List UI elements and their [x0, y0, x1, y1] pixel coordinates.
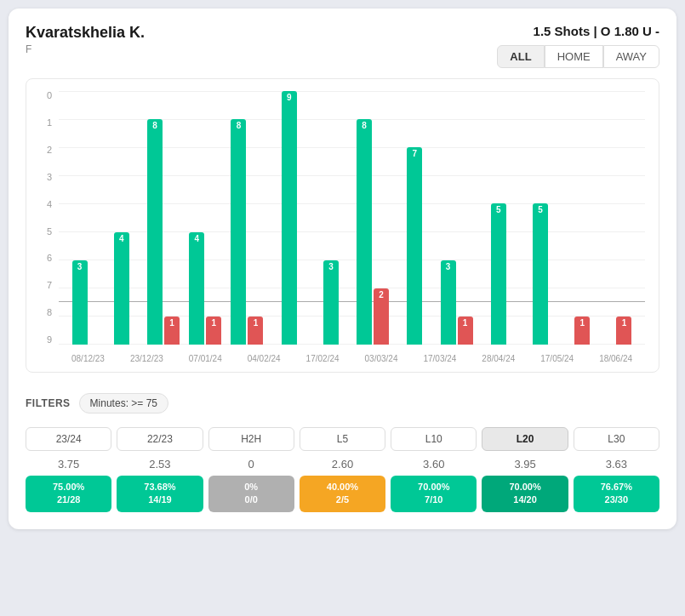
- bar-group-2: 4: [100, 232, 142, 345]
- bar-pair-10: 3 1: [436, 260, 477, 345]
- stat-val-2324: 3.75: [26, 458, 111, 471]
- y-label-1: 1: [40, 118, 52, 128]
- stat-val-l30: 3.63: [574, 458, 659, 471]
- y-label-9: 9: [40, 335, 52, 345]
- bar-pair-12: 5: [519, 203, 561, 345]
- bar-red-13: 1: [574, 317, 590, 345]
- bar-red-10: 1: [458, 317, 473, 345]
- chart-area: 9 8 7 6 5 4 3 2 1 0: [40, 91, 645, 363]
- stat-val-l10: 3.60: [391, 458, 477, 471]
- bar-group-1: 3: [59, 260, 100, 345]
- x-label-10: 18/06/24: [586, 354, 645, 363]
- bar-label-10g: 3: [446, 262, 451, 271]
- filters-label: FILTERS: [26, 397, 71, 409]
- bar-pair-3: 8 1: [142, 119, 184, 345]
- bar-pair-7: 3: [310, 260, 351, 345]
- bar-group-14: 1: [603, 317, 645, 345]
- filter-all-button[interactable]: ALL: [497, 45, 544, 68]
- bar-label-7g: 3: [328, 262, 334, 271]
- player-name: Kvaratskhelia K.: [26, 24, 145, 42]
- bar-red-3: 1: [164, 317, 180, 345]
- bar-green-8: 8: [357, 119, 372, 345]
- badge-l20: 70.00%14/20: [482, 476, 568, 512]
- bar-label-8g: 8: [362, 121, 367, 130]
- player-card: Kvaratskhelia K. F 1.5 Shots | O 1.80 U …: [9, 9, 676, 529]
- stats-badges: 75.00%21/28 73.68%14/19 0%0/0 40.00%2/5 …: [26, 476, 659, 512]
- bar-label-13r: 1: [579, 318, 585, 328]
- badge-2324: 75.00%21/28: [26, 476, 111, 512]
- y-label-8: 8: [40, 308, 52, 317]
- y-label-0: 0: [40, 91, 52, 100]
- bar-red-4: 1: [206, 317, 221, 345]
- bar-label-10r: 1: [463, 318, 468, 328]
- x-label-7: 17/03/24: [410, 354, 469, 363]
- card-header: Kvaratskhelia K. F 1.5 Shots | O 1.80 U …: [26, 24, 659, 68]
- bar-green-3: 8: [147, 119, 163, 345]
- badge-l30: 76.67%23/30: [574, 476, 659, 512]
- bar-label-2: 4: [119, 234, 124, 243]
- y-label-7: 7: [40, 281, 52, 290]
- bar-pair-1: 3: [59, 260, 100, 345]
- filter-buttons: ALL HOME AWAY: [497, 45, 659, 68]
- tab-l30[interactable]: L30: [574, 427, 659, 451]
- tab-l20[interactable]: L20: [482, 427, 568, 451]
- x-label-9: 17/05/24: [528, 354, 586, 363]
- bar-label-12g: 5: [538, 205, 543, 214]
- stat-val-l20: 3.95: [482, 458, 568, 471]
- bar-label-3r: 1: [169, 318, 174, 328]
- bar-green-5: 8: [231, 119, 246, 345]
- stat-val-h2h: 0: [208, 458, 294, 471]
- tab-2324[interactable]: 23/24: [26, 427, 111, 451]
- tab-2223[interactable]: 22/23: [117, 427, 203, 451]
- bar-pair-9: 7: [394, 147, 436, 345]
- filter-home-button[interactable]: HOME: [545, 45, 603, 68]
- tab-l5[interactable]: L5: [300, 427, 385, 451]
- bar-green-11: 5: [491, 203, 506, 345]
- bar-group-8: 8 2: [352, 119, 394, 345]
- bar-pair-6: 9: [268, 91, 310, 345]
- bar-label-8r: 2: [379, 290, 384, 299]
- bar-green-6: 9: [282, 91, 297, 345]
- bar-green-1: 3: [72, 260, 88, 345]
- bar-red-14: 1: [616, 317, 631, 345]
- bars-grid: 3 4: [59, 91, 645, 363]
- badge-2223: 73.68%14/19: [117, 476, 203, 512]
- bar-pair-14: 1: [603, 317, 645, 345]
- bar-label-5g: 8: [237, 121, 242, 130]
- bar-pair-2: 4: [100, 232, 142, 345]
- bar-label-3g: 8: [152, 121, 157, 130]
- bar-pair-8: 8 2: [352, 119, 394, 345]
- chart-container: 9 8 7 6 5 4 3 2 1 0: [26, 78, 659, 373]
- bet-info: 1.5 Shots | O 1.80 U -: [534, 24, 659, 38]
- y-label-3: 3: [40, 173, 52, 182]
- bar-pair-11: 5: [477, 203, 519, 345]
- bar-group-10: 3 1: [436, 260, 477, 345]
- x-label-5: 17/02/24: [294, 354, 352, 363]
- bar-pair-5: 8 1: [226, 119, 268, 345]
- bar-label-4g: 4: [194, 234, 199, 243]
- filter-away-button[interactable]: AWAY: [603, 45, 659, 68]
- x-labels: 08/12/23 23/12/23 07/01/24 04/02/24 17/0…: [59, 354, 645, 363]
- bar-group-12: 5: [519, 203, 561, 345]
- bar-group-3: 8 1: [142, 119, 184, 345]
- bar-label-5r: 1: [254, 318, 259, 328]
- x-label-1: 08/12/23: [59, 354, 117, 363]
- bar-label-9g: 7: [413, 149, 418, 158]
- stats-values: 3.75 2.53 0 2.60 3.60 3.95 3.63: [26, 458, 659, 471]
- bars-row: 3 4: [59, 91, 645, 345]
- bar-green-7: 3: [323, 260, 339, 345]
- y-label-6: 6: [40, 254, 52, 263]
- bar-label-11g: 5: [496, 205, 501, 214]
- filter-minutes-tag[interactable]: Minutes: >= 75: [79, 393, 168, 414]
- player-info: Kvaratskhelia K. F: [26, 24, 145, 55]
- bar-green-10: 3: [441, 260, 456, 345]
- tab-l10[interactable]: L10: [391, 427, 477, 451]
- x-label-4: 04/02/24: [235, 354, 294, 363]
- tab-h2h[interactable]: H2H: [208, 427, 294, 451]
- bar-group-6: 9: [268, 91, 310, 345]
- bar-group-4: 4 1: [185, 232, 226, 345]
- x-label-6: 03/03/24: [352, 354, 411, 363]
- stat-val-2223: 2.53: [117, 458, 203, 471]
- stats-tabs: 23/24 22/23 H2H L5 L10 L20 L30: [26, 427, 659, 451]
- player-position: F: [26, 43, 145, 55]
